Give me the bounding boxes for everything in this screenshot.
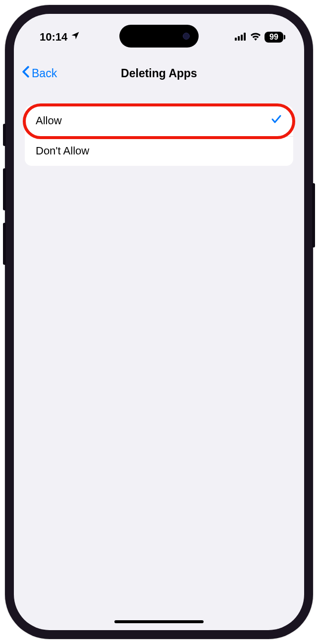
checkmark-icon [270,113,282,128]
status-left: 10:14 [40,31,80,44]
nav-bar: Back Deleting Apps [14,58,304,88]
back-label: Back [32,67,57,80]
options-list: Allow Don't Allow [25,105,293,166]
camera-dot [183,33,190,40]
content: Allow Don't Allow [25,105,293,166]
svg-rect-2 [241,35,243,41]
home-indicator[interactable] [114,620,204,623]
back-button[interactable]: Back [22,66,57,81]
location-icon [70,31,80,44]
option-allow[interactable]: Allow [25,105,293,136]
status-time: 10:14 [40,31,67,44]
wifi-icon [250,31,261,44]
volume-down-button [3,223,6,265]
option-label: Allow [36,114,62,127]
power-button [312,183,315,248]
option-label: Don't Allow [36,145,89,157]
side-button [3,124,6,146]
phone-frame: 10:14 [5,5,313,639]
cellular-icon [235,31,247,44]
page-title: Deleting Apps [22,67,296,80]
battery-icon: 99 [265,32,283,43]
screen: 10:14 [14,14,304,630]
svg-rect-1 [238,36,240,41]
status-right: 99 [235,31,283,44]
chevron-left-icon [22,66,30,81]
dynamic-island [119,25,199,48]
option-dont-allow[interactable]: Don't Allow [25,136,293,166]
svg-rect-3 [244,33,246,41]
svg-rect-0 [235,38,237,41]
volume-up-button [3,168,6,210]
